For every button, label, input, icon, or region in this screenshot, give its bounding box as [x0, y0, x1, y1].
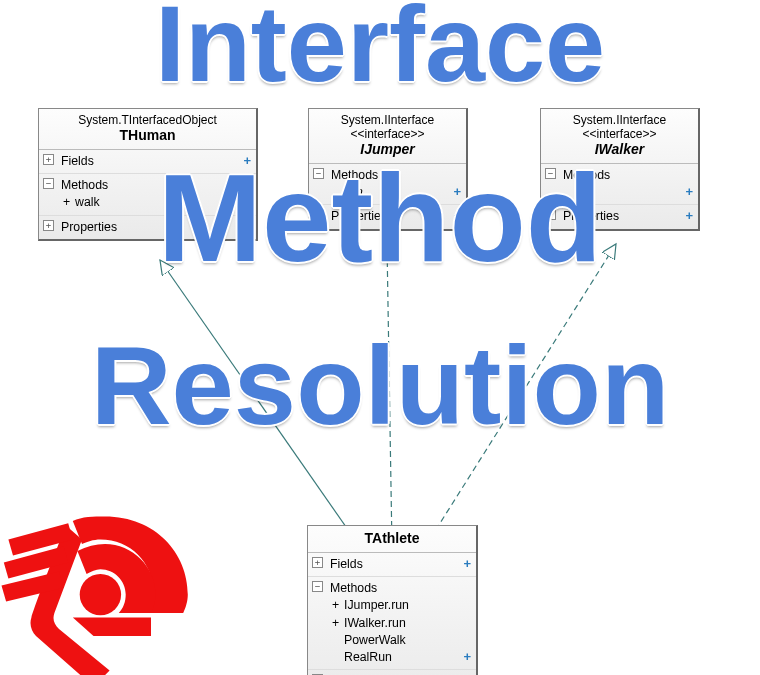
method-item[interactable]: +walk [61, 194, 250, 211]
expand-icon[interactable] [313, 209, 324, 220]
class-name: IJumper [315, 141, 460, 157]
svg-line-2 [425, 244, 616, 547]
class-name: TAthlete [314, 530, 470, 546]
section-fields[interactable]: Fields + [308, 553, 476, 577]
collapse-icon[interactable] [43, 178, 54, 189]
add-icon[interactable]: + [453, 183, 461, 201]
add-icon[interactable]: + [685, 183, 693, 201]
method-item[interactable]: run [331, 184, 460, 201]
parent-class-label: System.TInterfacedObject [45, 113, 250, 127]
section-properties[interactable]: Properties + [541, 205, 698, 228]
collapse-icon[interactable] [313, 168, 324, 179]
svg-point-3 [80, 574, 121, 615]
section-label: Properties [563, 209, 619, 223]
svg-line-1 [387, 244, 392, 547]
add-icon[interactable]: + [463, 555, 471, 573]
section-label: Methods [563, 168, 610, 182]
section-methods[interactable]: Methods run + [309, 164, 466, 205]
stereotype-label: <<interface>> [547, 127, 692, 141]
title-line-3: Resolution [0, 330, 760, 442]
class-header: System.IInterface <<interface>> IWalker [541, 109, 698, 164]
section-label: Methods [331, 168, 378, 182]
method-item[interactable]: run [563, 184, 692, 201]
class-name: IWalker [547, 141, 692, 157]
class-header: System.TInterfacedObject THuman [39, 109, 256, 150]
section-fields[interactable]: Fields + [39, 150, 256, 174]
section-label: Properties [61, 220, 117, 234]
section-properties[interactable]: Properties + [309, 205, 466, 228]
method-name: RealRun [344, 650, 392, 664]
section-label: Fields [61, 154, 94, 168]
collapse-icon[interactable] [312, 581, 323, 592]
section-label: Properties [331, 209, 387, 223]
delphi-helmet-icon [0, 475, 220, 675]
add-icon[interactable]: + [243, 193, 251, 211]
class-name: THuman [45, 127, 250, 143]
expand-icon[interactable] [43, 154, 54, 165]
add-icon[interactable]: + [463, 648, 471, 666]
method-name: walk [75, 195, 100, 209]
add-icon[interactable]: + [243, 152, 251, 170]
parent-class-label: System.IInterface [547, 113, 692, 127]
method-item[interactable]: +IJumper.run [330, 597, 470, 614]
method-name: IJumper.run [344, 598, 409, 612]
section-properties[interactable]: Properties + [39, 216, 256, 239]
section-methods[interactable]: Methods run + [541, 164, 698, 205]
class-ijumper[interactable]: System.IInterface <<interface>> IJumper … [308, 108, 468, 231]
visibility-icon: + [332, 597, 344, 614]
section-methods[interactable]: Methods +IJumper.run +IWalker.run PowerW… [308, 577, 476, 670]
visibility-icon: + [63, 194, 75, 211]
method-name: IWalker.run [344, 616, 406, 630]
method-name: PowerWalk [344, 633, 406, 647]
section-label: Fields [330, 557, 363, 571]
method-name: run [577, 185, 595, 199]
class-thuman[interactable]: System.TInterfacedObject THuman Fields +… [38, 108, 258, 241]
visibility-icon: + [332, 615, 344, 632]
class-header: TAthlete [308, 526, 476, 553]
parent-class-label: System.IInterface [315, 113, 460, 127]
title-line-1: Interface [0, 0, 760, 98]
method-name: run [345, 185, 363, 199]
expand-icon[interactable] [545, 209, 556, 220]
add-icon[interactable]: + [685, 207, 693, 225]
class-tathlete[interactable]: TAthlete Fields + Methods +IJumper.run +… [307, 525, 478, 675]
section-label: Methods [330, 581, 377, 595]
section-properties[interactable]: Properties + [308, 670, 476, 675]
expand-icon[interactable] [43, 220, 54, 231]
class-iwalker[interactable]: System.IInterface <<interface>> IWalker … [540, 108, 700, 231]
method-item[interactable]: PowerWalk [330, 632, 470, 649]
method-item[interactable]: RealRun [330, 649, 470, 666]
class-header: System.IInterface <<interface>> IJumper [309, 109, 466, 164]
stereotype-label: <<interface>> [315, 127, 460, 141]
add-icon[interactable]: + [453, 207, 461, 225]
section-methods[interactable]: Methods +walk + [39, 174, 256, 215]
add-icon[interactable]: + [243, 218, 251, 236]
section-label: Methods [61, 178, 108, 192]
collapse-icon[interactable] [545, 168, 556, 179]
expand-icon[interactable] [312, 557, 323, 568]
method-item[interactable]: +IWalker.run [330, 615, 470, 632]
